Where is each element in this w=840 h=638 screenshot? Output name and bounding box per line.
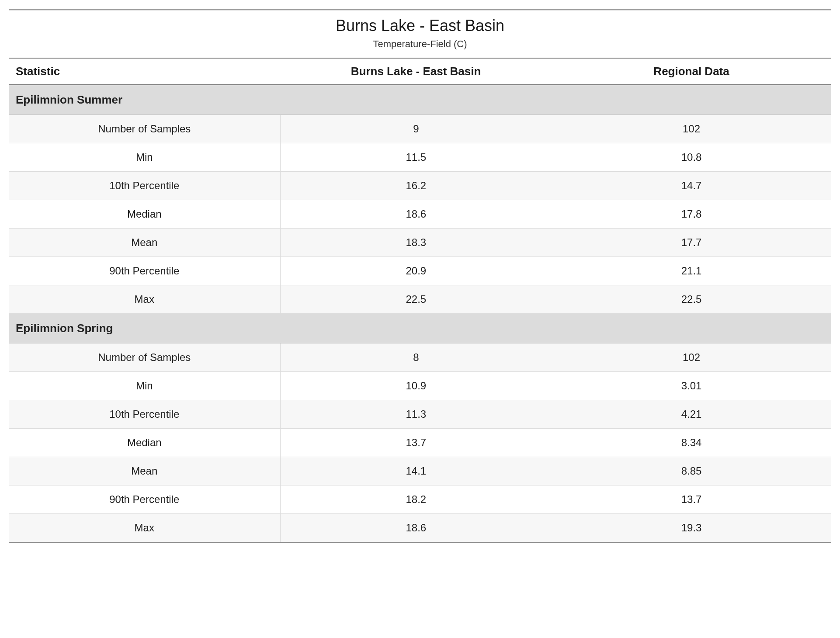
table-row: Mean18.317.7 xyxy=(9,229,831,257)
table-row: 90th Percentile18.213.7 xyxy=(9,485,831,514)
col-header-site: Burns Lake - East Basin xyxy=(280,58,552,85)
table-row: Min11.510.8 xyxy=(9,143,831,172)
section-header-row: Epilimnion Summer xyxy=(9,85,831,115)
stat-name: Mean xyxy=(9,229,280,257)
table-row: 10th Percentile16.214.7 xyxy=(9,172,831,200)
report-subtitle: Temperature-Field (C) xyxy=(9,38,831,50)
stat-value-site: 20.9 xyxy=(280,257,552,285)
stat-value-site: 11.3 xyxy=(280,400,552,429)
stat-value-region: 21.1 xyxy=(552,257,831,285)
stat-value-region: 19.3 xyxy=(552,514,831,542)
table-row: Number of Samples9102 xyxy=(9,115,831,143)
stat-value-region: 8.34 xyxy=(552,429,831,457)
table-row: Min10.93.01 xyxy=(9,372,831,400)
stat-value-site: 13.7 xyxy=(280,429,552,457)
stat-value-region: 17.8 xyxy=(552,200,831,229)
table-row: 10th Percentile11.34.21 xyxy=(9,400,831,429)
section-label: Epilimnion Spring xyxy=(9,314,831,343)
stat-name: 10th Percentile xyxy=(9,172,280,200)
stat-value-site: 18.6 xyxy=(280,514,552,542)
stat-name: Max xyxy=(9,285,280,314)
table-row: Mean14.18.85 xyxy=(9,457,831,485)
report-container: Burns Lake - East Basin Temperature-Fiel… xyxy=(9,9,831,543)
col-header-region: Regional Data xyxy=(552,58,831,85)
stat-name: Min xyxy=(9,143,280,172)
stat-value-region: 4.21 xyxy=(552,400,831,429)
stat-value-region: 17.7 xyxy=(552,229,831,257)
stat-name: Number of Samples xyxy=(9,115,280,143)
table-row: 90th Percentile20.921.1 xyxy=(9,257,831,285)
stat-value-site: 22.5 xyxy=(280,285,552,314)
stat-value-site: 10.9 xyxy=(280,372,552,400)
stat-name: 90th Percentile xyxy=(9,257,280,285)
stat-value-region: 102 xyxy=(552,115,831,143)
stat-value-site: 18.3 xyxy=(280,229,552,257)
stat-name: Median xyxy=(9,200,280,229)
table-row: Number of Samples8102 xyxy=(9,343,831,372)
report-title: Burns Lake - East Basin xyxy=(9,17,831,35)
stat-value-region: 13.7 xyxy=(552,485,831,514)
stat-value-site: 18.2 xyxy=(280,485,552,514)
stat-value-site: 8 xyxy=(280,343,552,372)
stat-name: 10th Percentile xyxy=(9,400,280,429)
stat-value-region: 14.7 xyxy=(552,172,831,200)
stat-name: Min xyxy=(9,372,280,400)
stat-value-region: 10.8 xyxy=(552,143,831,172)
stats-table: Statistic Burns Lake - East Basin Region… xyxy=(9,58,831,542)
stat-name: Mean xyxy=(9,457,280,485)
stat-name: Median xyxy=(9,429,280,457)
stat-value-region: 3.01 xyxy=(552,372,831,400)
stat-value-region: 22.5 xyxy=(552,285,831,314)
table-row: Median13.78.34 xyxy=(9,429,831,457)
stat-value-region: 102 xyxy=(552,343,831,372)
stat-value-site: 14.1 xyxy=(280,457,552,485)
stat-name: Number of Samples xyxy=(9,343,280,372)
stat-name: Max xyxy=(9,514,280,542)
section-header-row: Epilimnion Spring xyxy=(9,314,831,343)
header-row: Statistic Burns Lake - East Basin Region… xyxy=(9,58,831,85)
stat-name: 90th Percentile xyxy=(9,485,280,514)
stat-value-site: 16.2 xyxy=(280,172,552,200)
table-row: Max22.522.5 xyxy=(9,285,831,314)
stat-value-site: 9 xyxy=(280,115,552,143)
section-label: Epilimnion Summer xyxy=(9,85,831,115)
top-rule xyxy=(9,9,831,10)
bottom-rule xyxy=(9,542,831,543)
table-row: Median18.617.8 xyxy=(9,200,831,229)
col-header-statistic: Statistic xyxy=(9,58,280,85)
table-row: Max18.619.3 xyxy=(9,514,831,542)
report-header: Burns Lake - East Basin Temperature-Fiel… xyxy=(9,17,831,58)
stat-value-site: 18.6 xyxy=(280,200,552,229)
stat-value-site: 11.5 xyxy=(280,143,552,172)
stat-value-region: 8.85 xyxy=(552,457,831,485)
